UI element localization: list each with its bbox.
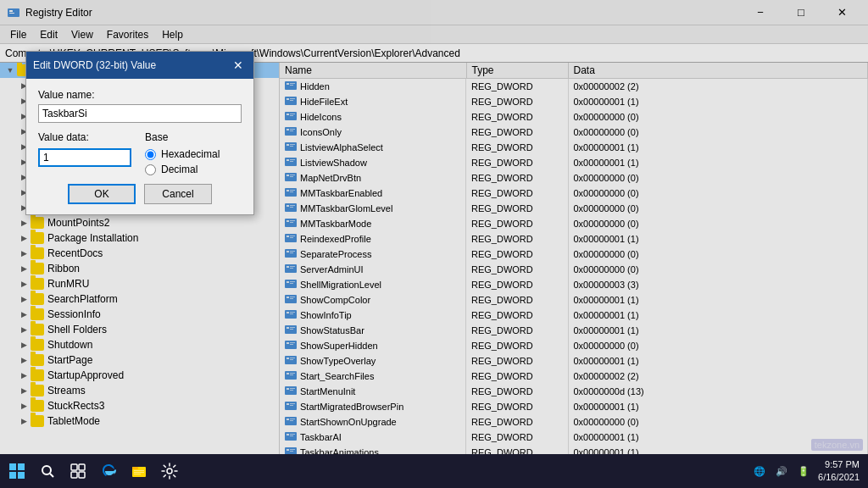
svg-point-150: [167, 469, 172, 474]
dialog-title: Edit DWORD (32-bit) Value: [33, 59, 156, 71]
hexadecimal-label: Hexadecimal: [161, 148, 220, 160]
decimal-radio[interactable]: [145, 164, 156, 175]
value-name-input[interactable]: [38, 104, 242, 123]
decimal-radio-label[interactable]: Decimal: [145, 164, 220, 175]
network-icon: 🌐: [750, 464, 769, 479]
svg-rect-149: [134, 474, 141, 474]
svg-rect-143: [71, 472, 77, 478]
edge-icon: [100, 463, 117, 480]
taskbar-left: [3, 458, 183, 485]
file-explorer-taskbar-button[interactable]: [125, 458, 153, 485]
svg-rect-142: [79, 464, 85, 470]
modal-overlay: Edit DWORD (32-bit) Value ✕ Value name: …: [0, 0, 868, 454]
dialog-body: Value name: Value data: Base Hexadecimal: [26, 79, 253, 214]
taskbar: 🌐 🔊 🔋 9:57 PM 6/16/2021: [0, 454, 868, 488]
svg-rect-135: [9, 463, 16, 470]
dialog-buttons: OK Cancel: [38, 184, 242, 204]
settings-taskbar-button[interactable]: [156, 458, 183, 485]
search-icon: [40, 463, 55, 479]
task-view-button[interactable]: [64, 458, 92, 485]
windows-logo-icon: [8, 463, 25, 480]
svg-rect-144: [79, 472, 85, 478]
svg-rect-148: [134, 472, 144, 473]
svg-rect-138: [18, 472, 25, 479]
ok-button[interactable]: OK: [68, 184, 136, 204]
decimal-label: Decimal: [161, 164, 198, 175]
cancel-button[interactable]: Cancel: [144, 184, 212, 204]
svg-line-140: [50, 474, 53, 477]
edit-dword-dialog: Edit DWORD (32-bit) Value ✕ Value name: …: [25, 51, 254, 215]
taskbar-right: 🌐 🔊 🔋 9:57 PM 6/16/2021: [750, 458, 865, 485]
value-data-label: Value data:: [38, 131, 131, 143]
taskbar-clock[interactable]: 9:57 PM 6/16/2021: [818, 458, 860, 485]
system-tray: 🌐 🔊 🔋: [750, 464, 813, 479]
svg-rect-141: [71, 464, 77, 470]
start-button[interactable]: [3, 458, 31, 485]
hexadecimal-radio-label[interactable]: Hexadecimal: [145, 148, 220, 160]
svg-point-139: [42, 466, 51, 474]
value-data-col: Value data:: [38, 131, 131, 175]
dialog-close-button[interactable]: ✕: [230, 57, 247, 74]
search-button[interactable]: [34, 458, 61, 485]
settings-icon: [161, 463, 178, 480]
battery-icon: 🔋: [794, 464, 813, 479]
base-col: Base Hexadecimal Decimal: [145, 131, 220, 175]
edge-button[interactable]: [95, 458, 122, 485]
svg-rect-137: [9, 472, 16, 479]
hexadecimal-radio[interactable]: [145, 149, 156, 160]
value-data-row: Value data: Base Hexadecimal Decimal: [38, 131, 242, 175]
clock-date: 6/16/2021: [818, 471, 860, 484]
base-radio-group: Hexadecimal Decimal: [145, 148, 220, 175]
sound-icon: 🔊: [772, 464, 791, 479]
svg-rect-147: [134, 470, 144, 471]
clock-time: 9:57 PM: [818, 458, 860, 471]
file-explorer-icon: [131, 463, 147, 480]
base-label: Base: [145, 131, 220, 143]
svg-rect-136: [18, 463, 25, 470]
value-data-input[interactable]: [38, 148, 131, 167]
value-name-label: Value name:: [38, 89, 242, 101]
dialog-title-bar: Edit DWORD (32-bit) Value ✕: [26, 52, 253, 79]
svg-rect-146: [132, 467, 138, 469]
task-view-icon: [70, 463, 86, 479]
